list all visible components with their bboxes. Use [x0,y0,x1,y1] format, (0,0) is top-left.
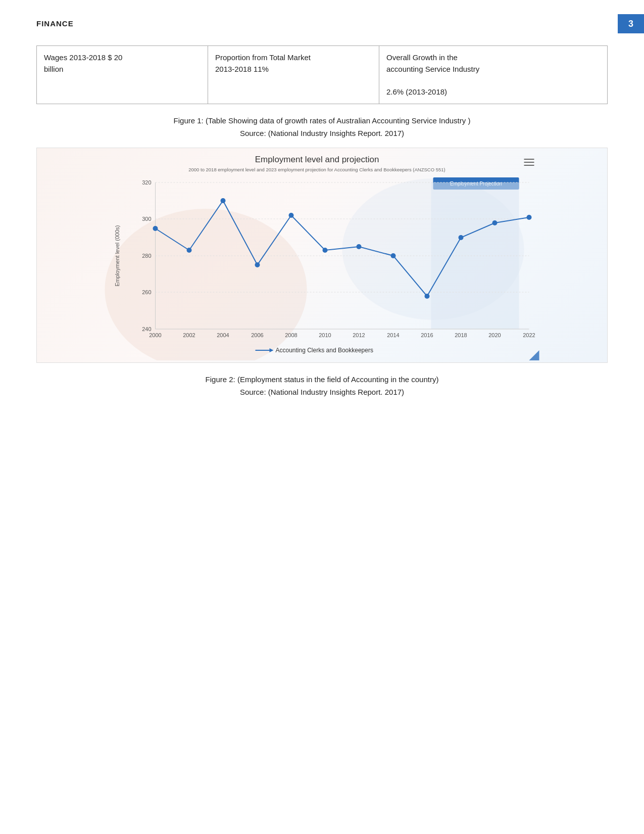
svg-text:2018: 2018 [455,332,467,338]
chart-svg: Employment level and projection 2000 to … [37,148,607,360]
svg-marker-36 [529,350,539,360]
table-row: Wages 2013-2018 $ 20 billion Proportion … [37,46,608,104]
svg-text:2000 to 2018 employment level : 2000 to 2018 employment level and 2023 e… [188,167,445,172]
data-point [459,235,464,240]
chart-inner: Employment level and projection 2000 to … [37,148,607,362]
svg-text:2006: 2006 [251,332,263,338]
figure1-source: Source: (National Industry Insights Repo… [36,129,608,137]
table-cell-proportion: Proportion from Total Market 2013-2018 1… [208,46,379,104]
data-point [187,248,192,253]
data-point [425,294,430,299]
svg-text:2000: 2000 [149,332,161,338]
data-point [391,253,396,258]
figure1-caption: Figure 1: (Table Showing data of growth … [36,116,608,125]
wages-line1: Wages 2013-2018 $ 20 [44,53,122,62]
svg-text:2014: 2014 [387,332,399,338]
svg-text:240: 240 [142,326,151,332]
svg-text:2020: 2020 [488,332,501,338]
data-point [527,215,532,220]
svg-text:2012: 2012 [353,332,365,338]
svg-text:2004: 2004 [217,332,229,338]
chart-title: Employment level and projection [255,155,379,164]
proportion-line2: 2013-2018 11% [215,65,269,73]
figure2-source: Source: (National Industry Insights Repo… [36,388,608,396]
table-cell-wages: Wages 2013-2018 $ 20 billion [37,46,208,104]
page-number: 3 [618,14,644,33]
svg-text:300: 300 [142,216,151,222]
header-label: FINANCE [36,19,74,28]
svg-text:Employment level (000s): Employment level (000s) [114,225,120,286]
svg-text:2010: 2010 [319,332,331,338]
data-point [492,220,498,225]
data-point [221,198,226,203]
wages-line2: billion [44,65,63,73]
chart-wrapper: Employment level and projection 2000 to … [36,148,608,363]
table-cell-growth: Overall Growth in the accounting Service… [379,46,608,104]
data-point [357,244,362,249]
proportion-line1: Proportion from Total Market [215,53,311,62]
data-point [153,226,158,231]
svg-text:Accounting Clerks and Bookkeep: Accounting Clerks and Bookkeepers [276,347,373,354]
chart-container: Employment level and projection 2000 to … [36,148,608,363]
svg-text:2002: 2002 [183,332,195,338]
svg-text:2016: 2016 [421,332,433,338]
data-table: Wages 2013-2018 $ 20 billion Proportion … [36,45,608,104]
svg-text:260: 260 [142,289,151,295]
growth-line1: Overall Growth in the [386,53,458,62]
svg-text:280: 280 [142,253,151,259]
figure2-caption: Figure 2: (Employment status in the fiel… [36,375,608,384]
svg-text:320: 320 [142,179,151,186]
svg-text:2008: 2008 [285,332,297,338]
data-point [289,213,294,218]
growth-line2: accounting Service Industry [386,65,479,73]
svg-point-0 [105,209,307,360]
data-point [255,262,260,267]
data-point [323,248,328,253]
growth-line3: 2.6% (2013-2018) [386,87,447,96]
svg-text:2022: 2022 [523,332,535,338]
